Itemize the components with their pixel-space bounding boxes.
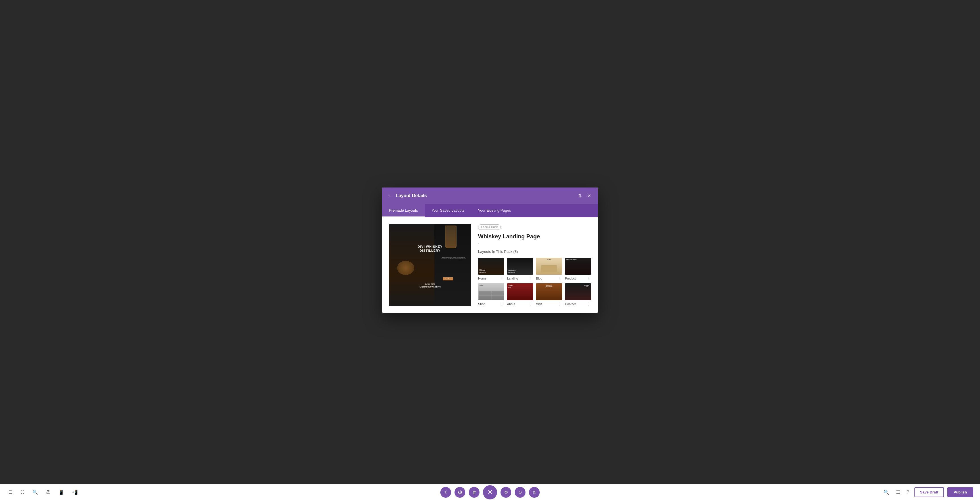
thumb-shop-menu-btn[interactable]: ⋮ (500, 302, 504, 306)
thumb-shop-grid (479, 291, 504, 300)
thumb-blog-rect (541, 265, 557, 272)
thumb-about-image[interactable]: ABOUTDIVI (507, 283, 533, 300)
tab-saved-layouts[interactable]: Your Saved Layouts (425, 204, 471, 217)
publish-button[interactable]: Publish (947, 487, 973, 497)
thumb-visit-menu-btn[interactable]: ⋮ (558, 302, 562, 306)
thumb-shop-cell-1 (479, 291, 491, 296)
save-draft-button[interactable]: Save Draft (915, 487, 944, 497)
modal-header-actions: ⇅ ✕ (577, 192, 592, 200)
thumb-contact-menu-btn[interactable]: ⋮ (587, 302, 591, 306)
thumb-contact-label: Contact (565, 302, 576, 306)
layout-subtitle: . (478, 241, 591, 245)
help-icon-btn[interactable]: ? (905, 488, 911, 497)
close-center-button[interactable]: ✕ (483, 485, 497, 500)
thumb-product-image[interactable]: SINGLE MALT RYE (565, 258, 591, 275)
since-text: Since 1842 (425, 283, 435, 285)
thumb-blog-image[interactable]: BLOG (536, 258, 562, 275)
back-button[interactable]: ← (388, 193, 392, 198)
thumb-home-label-row: Home ⋮ (478, 276, 504, 280)
layout-title: Whiskey Landing Page (478, 233, 591, 240)
thumb-item-shop: SHOP Shop ⋮ (478, 283, 504, 306)
mobile-icon-btn[interactable]: 📲 (70, 488, 80, 497)
thumb-home-image[interactable]: DIVIWHISKEYDISTILLERY (478, 258, 504, 275)
thumb-shop-label: Shop (478, 302, 485, 306)
add-button[interactable]: + (440, 487, 451, 498)
layout-details-modal: ← Layout Details ⇅ ✕ Premade Layouts You… (382, 187, 598, 313)
thumb-landing-label: Landing (507, 277, 518, 280)
bottom-bar-left: ☰ ☷ 🔍 🖶 📱 📲 (7, 488, 80, 497)
thumb-about-title: ABOUTDIVI (509, 285, 514, 288)
thumb-blog-title: BLOG (547, 259, 551, 260)
desktop-icon-btn[interactable]: 🖶 (44, 488, 52, 497)
tablet-icon-btn[interactable]: 📱 (57, 488, 66, 497)
thumb-shop-cell-2 (492, 291, 504, 296)
search-right-icon-btn[interactable]: 🔍 (882, 488, 891, 497)
thumb-product-menu-btn[interactable]: ⋮ (587, 276, 591, 280)
page-background: ← Layout Details ⇅ ✕ Premade Layouts You… (0, 0, 980, 500)
settings-button[interactable]: ⚙ (501, 487, 511, 498)
bottom-bar: ☰ ☷ 🔍 🖶 📱 📲 + ⏻ 🗑 ✕ ⚙ ⏲ ⇅ 🔍 ☰ ? Save Dra… (0, 484, 980, 500)
thumbnails-grid: DIVIWHISKEYDISTILLERY Home ⋮ DIVI WHISKE… (478, 258, 591, 306)
close-icon[interactable]: ✕ (586, 192, 592, 200)
thumb-item-contact: CONTACTUS Contact ⋮ (565, 283, 591, 306)
pack-title: Layouts In This Pack (8) (478, 249, 591, 254)
sort-center-button[interactable]: ⇅ (529, 487, 540, 498)
thumb-landing-label-row: Landing ⋮ (507, 276, 533, 280)
thumb-blog-menu-btn[interactable]: ⋮ (558, 276, 562, 280)
thumb-item-product: SINGLE MALT RYE Product ⋮ (565, 258, 591, 280)
thumb-blog-label: Blog (536, 277, 542, 280)
thumb-home-menu-btn[interactable]: ⋮ (500, 276, 504, 280)
thumb-product-title: SINGLE MALT RYE (566, 259, 577, 260)
thumb-item-about: ABOUTDIVI About ⋮ (507, 283, 533, 306)
thumb-landing-title: DIVI WHISKEYDISTILLERY (509, 270, 516, 273)
thumb-item-visit: VISIT OURDISTILLERY Visit ⋮ (536, 283, 562, 306)
grid-icon-btn[interactable]: ☷ (19, 488, 26, 497)
tab-premade-layouts[interactable]: Premade Layouts (382, 204, 425, 217)
thumb-about-label-row: About ⋮ (507, 302, 533, 306)
thumb-contact-label-row: Contact ⋮ (565, 302, 591, 306)
thumb-landing-menu-btn[interactable]: ⋮ (528, 276, 533, 280)
whiskey-body-text: Curabitur non bibendum ligula. In non pu… (442, 257, 467, 260)
trash-button[interactable]: 🗑 (469, 487, 479, 498)
tab-existing-pages[interactable]: Your Existing Pages (471, 204, 518, 217)
preview-panel: DIVI WHISKEYDISTILLERY Curabitur non bib… (389, 224, 471, 306)
thumb-about-label: About (507, 302, 515, 306)
thumb-about-menu-btn[interactable]: ⋮ (528, 302, 533, 306)
thumb-shop-cell-4 (492, 296, 504, 300)
category-badge: Food & Drink (478, 224, 501, 230)
thumb-visit-title: VISIT OURDISTILLERY (546, 285, 552, 288)
power-button[interactable]: ⏻ (455, 487, 465, 498)
modal-title: Layout Details (396, 193, 427, 198)
thumb-item-blog: BLOG Blog ⋮ (536, 258, 562, 280)
thumb-visit-label-row: Visit ⋮ (536, 302, 562, 306)
thumb-visit-label: Visit (536, 302, 542, 306)
thumb-item-landing: DIVI WHISKEYDISTILLERY Landing ⋮ (507, 258, 533, 280)
menu-icon-btn[interactable]: ☰ (7, 488, 14, 497)
bottom-bar-right: 🔍 ☰ ? Save Draft Publish (882, 487, 973, 497)
whiskey-drink-decoration (397, 261, 414, 275)
history-button[interactable]: ⏲ (515, 487, 525, 498)
thumb-shop-cell-3 (479, 296, 491, 300)
thumb-home-label: Home (478, 277, 486, 280)
thumb-blog-label-row: Blog ⋮ (536, 276, 562, 280)
modal-header-left: ← Layout Details (388, 193, 427, 198)
modal-body: DIVI WHISKEYDISTILLERY Curabitur non bib… (382, 217, 598, 313)
thumb-home-title: DIVIWHISKEYDISTILLERY (479, 268, 486, 273)
search-icon-btn[interactable]: 🔍 (31, 488, 40, 497)
sort-icon[interactable]: ⇅ (577, 192, 583, 200)
explore-text: Explore Our Whiskeys (420, 286, 441, 288)
info-panel: Food & Drink Whiskey Landing Page . Layo… (471, 224, 591, 306)
thumb-visit-image[interactable]: VISIT OURDISTILLERY (536, 283, 562, 300)
whiskey-learn-more-btn: Learn More (443, 277, 453, 280)
thumb-contact-image[interactable]: CONTACTUS (565, 283, 591, 300)
thumb-item-home: DIVIWHISKEYDISTILLERY Home ⋮ (478, 258, 504, 280)
whiskey-title: DIVI WHISKEYDISTILLERY (413, 244, 447, 253)
thumb-contact-title: CONTACTUS (584, 285, 590, 288)
layers-icon-btn[interactable]: ☰ (894, 488, 902, 497)
modal-tabs: Premade Layouts Your Saved Layouts Your … (382, 204, 598, 217)
whiskey-preview: DIVI WHISKEYDISTILLERY Curabitur non bib… (389, 224, 471, 306)
thumb-shop-image[interactable]: SHOP (478, 283, 504, 300)
bottom-bar-center: + ⏻ 🗑 ✕ ⚙ ⏲ ⇅ (440, 485, 540, 500)
modal-header: ← Layout Details ⇅ ✕ (382, 187, 598, 204)
thumb-landing-image[interactable]: DIVI WHISKEYDISTILLERY (507, 258, 533, 275)
